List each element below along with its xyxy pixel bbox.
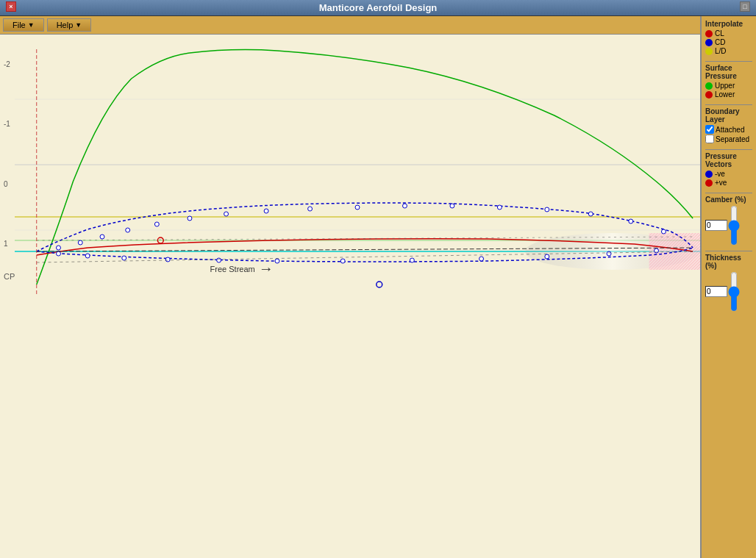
boundary-layer-right-title: BoundaryLayer xyxy=(705,107,752,124)
maximize-button[interactable]: □ xyxy=(740,1,750,12)
camber-input[interactable] xyxy=(705,220,727,231)
upper-pressure-dot xyxy=(705,82,713,90)
neg-ve-label: -ve xyxy=(715,170,725,178)
app-title: Manticore Aerofoil Design xyxy=(319,2,438,13)
y-label-neg2: -2 xyxy=(4,60,10,68)
attached-checkbox[interactable] xyxy=(705,125,714,134)
separated-checkbox-item: Separated xyxy=(705,135,752,143)
separated-checkbox[interactable] xyxy=(705,135,714,143)
help-menu-button[interactable]: Help ▼ xyxy=(47,18,92,32)
svg-point-28 xyxy=(122,256,126,260)
svg-point-27 xyxy=(85,254,90,258)
ld-legend-label: L/D xyxy=(715,47,727,55)
svg-point-31 xyxy=(275,259,279,263)
chart-canvas: -2 -1 0 1 xyxy=(0,35,700,296)
ld-dot xyxy=(705,48,713,55)
pressure-vectors-section: PressureVectors -ve +ve xyxy=(705,152,752,187)
cd-dot xyxy=(705,39,713,46)
cl-legend-item: CL xyxy=(705,29,752,37)
camber-section: Camber (%) xyxy=(705,196,752,246)
ld-legend-item: L/D xyxy=(705,47,752,55)
y-label-neg1: -1 xyxy=(4,120,10,128)
svg-point-9 xyxy=(57,246,61,250)
cp-axis-label: CP xyxy=(4,272,15,281)
interpolate-legend-section: Interpolate CL CD L/D xyxy=(705,20,752,56)
svg-point-34 xyxy=(479,257,484,261)
chart-area: File ▼ Help ▼ -2 -1 0 1 xyxy=(0,16,701,558)
thickness-title: Thickness (%) xyxy=(705,254,752,270)
help-menu-arrow: ▼ xyxy=(75,21,82,29)
right-panel: Interpolate CL CD L/D SurfacePressure xyxy=(701,16,756,558)
svg-point-17 xyxy=(308,207,313,211)
svg-point-10 xyxy=(78,240,82,245)
file-menu-button[interactable]: File ▼ xyxy=(3,18,44,32)
camber-title: Camber (%) xyxy=(705,196,752,204)
thickness-section: Thickness (%) xyxy=(705,254,752,312)
svg-point-35 xyxy=(545,254,549,259)
close-button[interactable]: × xyxy=(6,1,16,12)
help-menu-label: Help xyxy=(57,21,74,29)
boundary-layer-section: BoundaryLayer Attached Separated xyxy=(705,107,752,144)
surface-pressure-section: SurfacePressure Upper Lower xyxy=(705,64,752,99)
svg-point-22 xyxy=(545,207,549,212)
cd-legend-item: CD xyxy=(705,38,752,46)
cd-legend-label: CD xyxy=(715,38,725,46)
svg-point-11 xyxy=(100,235,104,239)
attached-label: Attached xyxy=(716,126,744,134)
svg-point-24 xyxy=(629,219,633,223)
svg-point-21 xyxy=(497,205,502,210)
separated-label: Separated xyxy=(716,135,749,143)
y-label-1: 1 xyxy=(4,240,10,248)
neg-ve-dot xyxy=(705,171,713,178)
cl-legend-label: CL xyxy=(715,29,724,37)
svg-point-12 xyxy=(126,228,130,232)
svg-point-25 xyxy=(661,229,666,234)
y-axis-labels: -2 -1 0 1 xyxy=(4,35,10,273)
thickness-slider[interactable] xyxy=(729,271,739,312)
file-menu-arrow: ▼ xyxy=(28,21,35,29)
cl-dot xyxy=(705,30,713,37)
svg-point-20 xyxy=(450,204,454,208)
svg-point-18 xyxy=(355,205,360,210)
file-menu-label: File xyxy=(13,21,26,29)
svg-point-13 xyxy=(154,222,159,226)
title-bar: × Manticore Aerofoil Design □ xyxy=(0,0,756,16)
pos-ve-label: +ve xyxy=(715,179,727,187)
svg-point-29 xyxy=(165,257,170,262)
pressure-vectors-title: PressureVectors xyxy=(705,152,752,168)
lower-pressure-dot xyxy=(705,91,713,99)
svg-point-32 xyxy=(340,259,345,263)
pos-ve-item: +ve xyxy=(705,179,752,187)
pos-ve-dot xyxy=(705,179,713,187)
lower-label: Lower xyxy=(715,90,735,99)
free-stream-label: Free Stream → xyxy=(210,260,274,277)
svg-point-26 xyxy=(57,251,61,256)
svg-point-36 xyxy=(607,251,611,256)
svg-point-19 xyxy=(402,204,407,208)
neg-ve-item: -ve xyxy=(705,170,752,178)
svg-point-16 xyxy=(264,209,268,213)
thickness-input[interactable] xyxy=(705,286,727,297)
upper-label: Upper xyxy=(715,82,735,90)
svg-point-14 xyxy=(188,216,192,221)
interpolate-legend-title: Interpolate xyxy=(705,20,752,28)
upper-pressure-item: Upper xyxy=(705,82,752,90)
camber-slider[interactable] xyxy=(729,205,739,246)
svg-point-23 xyxy=(588,212,593,216)
svg-point-33 xyxy=(410,258,414,262)
y-label-0: 0 xyxy=(4,180,10,188)
svg-point-15 xyxy=(224,212,229,216)
surface-pressure-title: SurfacePressure xyxy=(705,64,752,80)
lower-pressure-item: Lower xyxy=(705,90,752,99)
main-chart-svg xyxy=(15,35,700,296)
attached-checkbox-item: Attached xyxy=(705,125,752,134)
